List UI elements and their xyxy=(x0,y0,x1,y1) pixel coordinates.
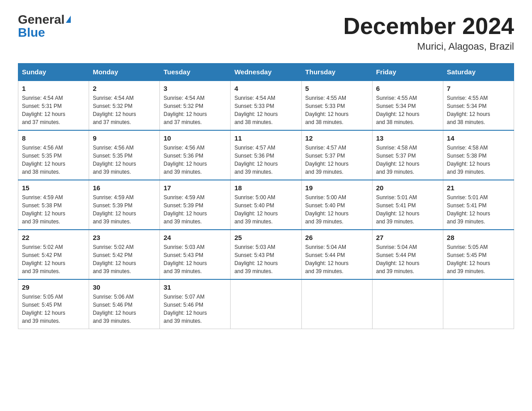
table-row: 7 Sunrise: 4:55 AM Sunset: 5:34 PM Dayli… xyxy=(443,81,514,130)
day-number: 30 xyxy=(93,283,156,291)
day-number: 21 xyxy=(447,184,510,192)
table-row: 4 Sunrise: 4:54 AM Sunset: 5:33 PM Dayli… xyxy=(231,81,301,130)
table-row: 16 Sunrise: 4:59 AM Sunset: 5:39 PM Dayl… xyxy=(89,180,160,230)
day-info: Sunrise: 5:07 AM Sunset: 5:46 PM Dayligh… xyxy=(163,293,227,325)
table-row: 27 Sunrise: 5:04 AM Sunset: 5:44 PM Dayl… xyxy=(372,230,443,279)
table-row: 14 Sunrise: 4:58 AM Sunset: 5:38 PM Dayl… xyxy=(443,130,514,180)
header-saturday: Saturday xyxy=(443,64,514,81)
table-row: 18 Sunrise: 5:00 AM Sunset: 5:40 PM Dayl… xyxy=(231,180,301,230)
day-info: Sunrise: 5:00 AM Sunset: 5:40 PM Dayligh… xyxy=(305,193,369,226)
table-row: 15 Sunrise: 4:59 AM Sunset: 5:38 PM Dayl… xyxy=(18,180,89,230)
table-row: 28 Sunrise: 5:05 AM Sunset: 5:45 PM Dayl… xyxy=(443,230,514,279)
calendar-week-row: 15 Sunrise: 4:59 AM Sunset: 5:38 PM Dayl… xyxy=(18,180,514,230)
table-row: 11 Sunrise: 4:57 AM Sunset: 5:36 PM Dayl… xyxy=(231,130,301,180)
day-info: Sunrise: 5:00 AM Sunset: 5:40 PM Dayligh… xyxy=(234,193,297,226)
table-row: 13 Sunrise: 4:58 AM Sunset: 5:37 PM Dayl… xyxy=(372,130,443,180)
calendar-header-row: Sunday Monday Tuesday Wednesday Thursday… xyxy=(18,64,514,81)
day-number: 11 xyxy=(234,134,297,142)
day-number: 20 xyxy=(376,184,439,192)
day-number: 1 xyxy=(22,85,85,92)
day-number: 6 xyxy=(376,85,439,92)
day-number: 31 xyxy=(163,283,227,291)
table-row: 23 Sunrise: 5:02 AM Sunset: 5:42 PM Dayl… xyxy=(89,230,160,279)
table-row: 25 Sunrise: 5:03 AM Sunset: 5:43 PM Dayl… xyxy=(231,230,301,279)
day-info: Sunrise: 5:06 AM Sunset: 5:46 PM Dayligh… xyxy=(93,293,156,325)
day-info: Sunrise: 4:58 AM Sunset: 5:38 PM Dayligh… xyxy=(447,144,510,176)
table-row: 8 Sunrise: 4:56 AM Sunset: 5:35 PM Dayli… xyxy=(18,130,89,180)
day-info: Sunrise: 4:56 AM Sunset: 5:35 PM Dayligh… xyxy=(93,144,156,176)
table-row: 20 Sunrise: 5:01 AM Sunset: 5:41 PM Dayl… xyxy=(372,180,443,230)
day-info: Sunrise: 5:04 AM Sunset: 5:44 PM Dayligh… xyxy=(305,243,369,275)
table-row: 1 Sunrise: 4:54 AM Sunset: 5:31 PM Dayli… xyxy=(18,81,89,130)
day-number: 2 xyxy=(93,85,156,92)
table-row: 3 Sunrise: 4:54 AM Sunset: 5:32 PM Dayli… xyxy=(160,81,231,130)
day-number: 5 xyxy=(305,85,369,92)
table-row: 2 Sunrise: 4:54 AM Sunset: 5:32 PM Dayli… xyxy=(89,81,160,130)
table-row: 9 Sunrise: 4:56 AM Sunset: 5:35 PM Dayli… xyxy=(89,130,160,180)
table-row: 31 Sunrise: 5:07 AM Sunset: 5:46 PM Dayl… xyxy=(160,279,231,329)
day-info: Sunrise: 5:01 AM Sunset: 5:41 PM Dayligh… xyxy=(447,193,510,226)
day-number: 29 xyxy=(22,283,85,291)
day-number: 10 xyxy=(163,134,227,142)
day-info: Sunrise: 4:56 AM Sunset: 5:36 PM Dayligh… xyxy=(163,144,227,176)
day-number: 22 xyxy=(22,234,85,241)
day-info: Sunrise: 5:02 AM Sunset: 5:42 PM Dayligh… xyxy=(22,243,85,275)
calendar-week-row: 22 Sunrise: 5:02 AM Sunset: 5:42 PM Dayl… xyxy=(18,230,514,279)
day-number: 15 xyxy=(22,184,85,192)
day-number: 23 xyxy=(93,234,156,241)
day-number: 12 xyxy=(305,134,369,142)
table-row: 17 Sunrise: 4:59 AM Sunset: 5:39 PM Dayl… xyxy=(160,180,231,230)
day-number: 4 xyxy=(234,85,297,92)
day-info: Sunrise: 5:04 AM Sunset: 5:44 PM Dayligh… xyxy=(376,243,439,275)
calendar-subtitle: Murici, Alagoas, Brazil xyxy=(343,41,514,52)
day-number: 24 xyxy=(163,234,227,241)
day-number: 8 xyxy=(22,134,85,142)
day-info: Sunrise: 4:59 AM Sunset: 5:39 PM Dayligh… xyxy=(93,193,156,226)
header-friday: Friday xyxy=(372,64,443,81)
calendar-week-row: 1 Sunrise: 4:54 AM Sunset: 5:31 PM Dayli… xyxy=(18,81,514,130)
header-thursday: Thursday xyxy=(301,64,372,81)
day-info: Sunrise: 4:55 AM Sunset: 5:34 PM Dayligh… xyxy=(376,94,439,126)
day-info: Sunrise: 5:05 AM Sunset: 5:45 PM Dayligh… xyxy=(22,293,85,325)
day-info: Sunrise: 4:54 AM Sunset: 5:32 PM Dayligh… xyxy=(93,94,156,126)
header-monday: Monday xyxy=(89,64,160,81)
calendar-title: December 2024 xyxy=(343,13,514,39)
day-info: Sunrise: 4:54 AM Sunset: 5:33 PM Dayligh… xyxy=(234,94,297,126)
table-row: 21 Sunrise: 5:01 AM Sunset: 5:41 PM Dayl… xyxy=(443,180,514,230)
table-row: 12 Sunrise: 4:57 AM Sunset: 5:37 PM Dayl… xyxy=(301,130,372,180)
day-info: Sunrise: 4:54 AM Sunset: 5:31 PM Dayligh… xyxy=(22,94,85,126)
table-row: 30 Sunrise: 5:06 AM Sunset: 5:46 PM Dayl… xyxy=(89,279,160,329)
day-info: Sunrise: 4:58 AM Sunset: 5:37 PM Dayligh… xyxy=(376,144,439,176)
header-tuesday: Tuesday xyxy=(160,64,231,81)
logo-triangle-icon xyxy=(66,16,71,23)
table-row: 5 Sunrise: 4:55 AM Sunset: 5:33 PM Dayli… xyxy=(301,81,372,130)
table-row: 6 Sunrise: 4:55 AM Sunset: 5:34 PM Dayli… xyxy=(372,81,443,130)
day-number: 18 xyxy=(234,184,297,192)
day-number: 3 xyxy=(163,85,227,92)
day-info: Sunrise: 4:56 AM Sunset: 5:35 PM Dayligh… xyxy=(22,144,85,176)
calendar-table: Sunday Monday Tuesday Wednesday Thursday… xyxy=(18,63,514,329)
day-info: Sunrise: 4:54 AM Sunset: 5:32 PM Dayligh… xyxy=(163,94,227,126)
calendar-week-row: 8 Sunrise: 4:56 AM Sunset: 5:35 PM Dayli… xyxy=(18,130,514,180)
title-section: December 2024 Murici, Alagoas, Brazil xyxy=(343,13,514,52)
day-info: Sunrise: 5:01 AM Sunset: 5:41 PM Dayligh… xyxy=(376,193,439,226)
table-row: 22 Sunrise: 5:02 AM Sunset: 5:42 PM Dayl… xyxy=(18,230,89,279)
day-number: 27 xyxy=(376,234,439,241)
day-info: Sunrise: 4:59 AM Sunset: 5:39 PM Dayligh… xyxy=(163,193,227,226)
table-row xyxy=(372,279,443,329)
day-number: 25 xyxy=(234,234,297,241)
table-row xyxy=(443,279,514,329)
day-number: 7 xyxy=(447,85,510,92)
table-row: 24 Sunrise: 5:03 AM Sunset: 5:43 PM Dayl… xyxy=(160,230,231,279)
table-row: 19 Sunrise: 5:00 AM Sunset: 5:40 PM Dayl… xyxy=(301,180,372,230)
logo-blue: Blue xyxy=(18,26,45,39)
day-info: Sunrise: 4:59 AM Sunset: 5:38 PM Dayligh… xyxy=(22,193,85,226)
table-row: 29 Sunrise: 5:05 AM Sunset: 5:45 PM Dayl… xyxy=(18,279,89,329)
day-number: 16 xyxy=(93,184,156,192)
day-info: Sunrise: 4:57 AM Sunset: 5:37 PM Dayligh… xyxy=(305,144,369,176)
day-info: Sunrise: 4:55 AM Sunset: 5:34 PM Dayligh… xyxy=(447,94,510,126)
header-sunday: Sunday xyxy=(18,64,89,81)
table-row: 10 Sunrise: 4:56 AM Sunset: 5:36 PM Dayl… xyxy=(160,130,231,180)
header-wednesday: Wednesday xyxy=(231,64,301,81)
page-header: General Blue December 2024 Murici, Alago… xyxy=(18,13,514,52)
